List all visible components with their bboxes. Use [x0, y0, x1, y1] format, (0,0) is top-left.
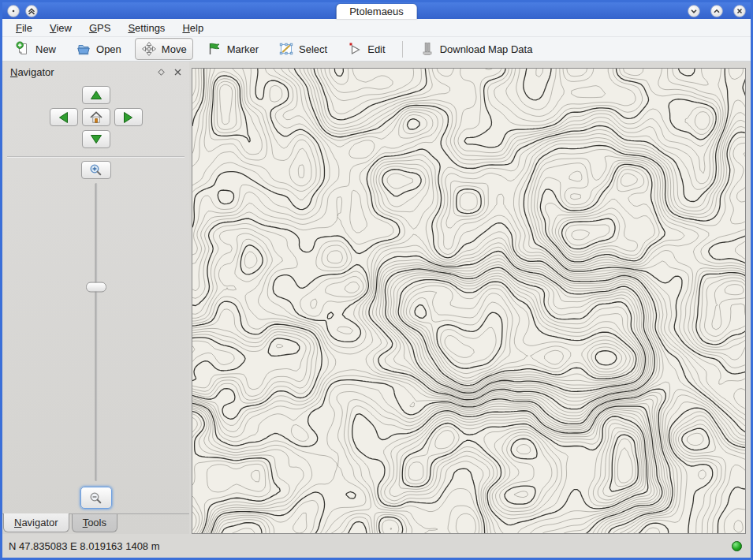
window-menu-icon: [8, 6, 19, 17]
map-canvas[interactable]: [192, 69, 745, 533]
statusbar: N 47.835083 E 8.019163 1408 m: [2, 534, 751, 558]
home-button[interactable]: [82, 108, 110, 126]
zoom-slider-thumb[interactable]: [86, 282, 106, 293]
gps-status-led: [732, 541, 742, 551]
menu-gps[interactable]: GPS: [80, 20, 119, 36]
close-button[interactable]: [733, 5, 746, 17]
tab-navigator[interactable]: Navigator: [3, 513, 69, 532]
new-button-label: New: [35, 43, 56, 55]
menu-settings[interactable]: Settings: [119, 20, 173, 36]
select-button[interactable]: Select: [272, 38, 334, 60]
maximize-icon: [711, 6, 722, 17]
titlebar[interactable]: Ptolemaeus: [2, 2, 751, 19]
zoom-controls: [2, 161, 189, 513]
dock-close-icon[interactable]: [174, 69, 181, 76]
main-content: Navigator: [2, 62, 751, 534]
toolbar-separator: [402, 41, 403, 58]
menu-view[interactable]: View: [41, 20, 80, 36]
zoom-out-button[interactable]: [80, 487, 112, 509]
arrow-up-icon: [91, 91, 102, 99]
new-document-icon: [15, 41, 31, 57]
map-view[interactable]: [192, 68, 746, 534]
move-button-label: Move: [162, 43, 187, 55]
edit-button[interactable]: Edit: [341, 38, 391, 60]
navigator-header: Navigator: [2, 62, 189, 80]
window-controls-left: [7, 5, 38, 17]
open-button-label: Open: [96, 43, 121, 55]
select-icon: [278, 41, 294, 57]
window-title: Ptolemaeus: [349, 6, 404, 17]
window-controls-right: [688, 5, 746, 17]
tab-tools[interactable]: Tools: [72, 514, 117, 532]
pan-up-button[interactable]: [82, 86, 110, 104]
download-map-data-button[interactable]: Download Map Data: [413, 38, 539, 60]
zoom-slider-track[interactable]: [95, 183, 97, 481]
flag-icon: [207, 41, 222, 57]
arrow-down-icon: [91, 135, 102, 144]
float-icon[interactable]: [158, 69, 165, 76]
navigation-pad: [2, 86, 189, 148]
select-button-label: Select: [299, 43, 327, 55]
maximize-button[interactable]: [710, 5, 723, 17]
marker-button-label: Marker: [227, 43, 259, 55]
menubar: File View GPS Settings Help: [2, 19, 751, 37]
window-menu-button[interactable]: [7, 5, 20, 17]
zoom-in-icon: [89, 163, 103, 177]
menu-file[interactable]: File: [7, 20, 41, 36]
zoom-slider[interactable]: [73, 183, 120, 481]
window-title-tab: Ptolemaeus: [336, 4, 417, 19]
zoom-out-icon: [89, 491, 103, 505]
download-icon: [419, 41, 435, 57]
pan-right-button[interactable]: [114, 108, 143, 126]
navigator-separator: [7, 156, 185, 158]
dock-tab-bar: Navigator Tools: [2, 513, 189, 534]
edit-icon: [347, 41, 363, 57]
minimize-icon: [688, 6, 699, 17]
arrow-left-icon: [59, 112, 68, 123]
navigator-title: Navigator: [10, 66, 148, 78]
minimize-button[interactable]: [688, 5, 700, 17]
close-icon: [734, 6, 745, 17]
zoom-in-button[interactable]: [81, 161, 111, 179]
arrow-right-icon: [124, 112, 132, 123]
move-icon: [141, 41, 157, 57]
navigator-panel: Navigator: [2, 62, 189, 534]
shade-button[interactable]: [25, 5, 38, 17]
edit-button-label: Edit: [367, 43, 385, 55]
new-button[interactable]: New: [9, 38, 62, 60]
home-icon: [89, 110, 103, 124]
pan-left-button[interactable]: [50, 108, 78, 126]
marker-button[interactable]: Marker: [200, 38, 265, 60]
menu-help[interactable]: Help: [173, 20, 212, 36]
open-folder-icon: [76, 41, 91, 57]
move-button[interactable]: Move: [135, 38, 193, 60]
app-window: Ptolemaeus File View GPS Settings Help: [0, 0, 753, 560]
coordinates-readout: N 47.835083 E 8.019163 1408 m: [9, 540, 160, 552]
toolbar: New Open Move: [2, 37, 751, 62]
pan-down-button[interactable]: [82, 130, 110, 148]
download-map-data-label: Download Map Data: [440, 43, 533, 55]
open-button[interactable]: Open: [69, 38, 128, 60]
shade-icon: [26, 6, 37, 17]
